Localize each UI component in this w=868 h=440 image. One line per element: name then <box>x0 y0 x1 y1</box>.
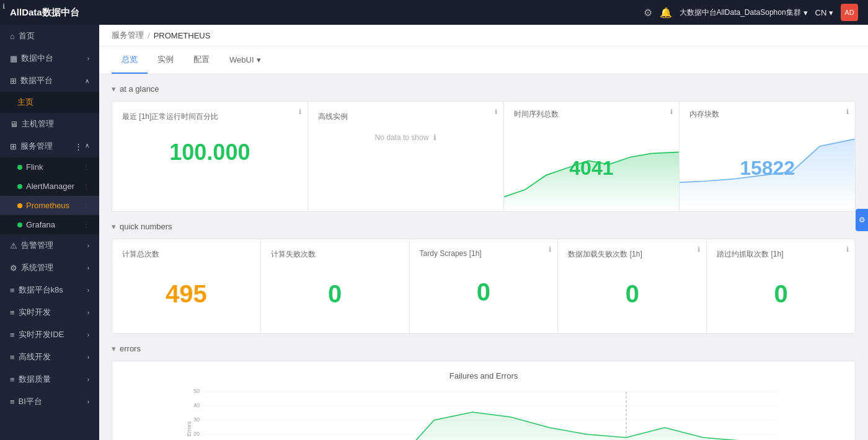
tab-bar: 总览 实例 配置 WebUI ▾ <box>99 46 868 74</box>
errors-chart-container: ℹ Failures and Errors 50 40 30 20 10 0 E… <box>112 361 856 440</box>
topbar: AllData数据中台 ⚙ 🔔 大数据中台AllData_DataSophon集… <box>0 0 868 25</box>
bell-icon[interactable]: 🔔 <box>660 7 672 19</box>
avatar[interactable]: AD <box>841 4 858 21</box>
errors-header: ▾ errors <box>112 344 856 353</box>
svg-text:20: 20 <box>193 431 200 437</box>
realtime-ide-icon: ≡ <box>10 330 15 340</box>
quick-card-calc-fail-value: 0 <box>271 265 399 323</box>
tab-config[interactable]: 配置 <box>184 46 219 74</box>
cluster-selector[interactable]: 大数据中台AllData_DataSophon集群 ▾ <box>680 7 808 18</box>
breadcrumb: 服务管理 / PROMETHEUS <box>99 25 868 46</box>
exceeded-info-icon[interactable]: ℹ <box>846 245 849 253</box>
sidebar-item-data-quality[interactable]: ≡ 数据质量 › <box>0 368 99 390</box>
quick-numbers-toggle[interactable]: ▾ <box>112 222 116 231</box>
sidebar-item-realtime[interactable]: ≡ 实时开发 › <box>0 301 99 323</box>
sidebar-item-host[interactable]: 🖥 主机管理 <box>0 113 99 135</box>
dataload-info-icon[interactable]: ℹ <box>698 245 700 253</box>
tab-webui[interactable]: WebUI ▾ <box>219 48 271 73</box>
language-selector[interactable]: CN ▾ <box>815 8 833 17</box>
sidebar-item-alertmanager[interactable]: AlertManager ⋮ <box>0 177 99 196</box>
topbar-right: ⚙ 🔔 大数据中台AllData_DataSophon集群 ▾ CN ▾ AD <box>644 4 858 21</box>
sidebar-item-label-realtime: 实时开发 <box>19 307 51 318</box>
card-time-series-value: 4041 <box>569 157 613 180</box>
quick-card-exceeded: ℹ 踏过约抓取次数 [1h] 0 <box>707 239 855 333</box>
sidebar-item-system[interactable]: ⚙ 系统管理 › <box>0 257 99 279</box>
card-uptime: ℹ 最近 [1h]正常运行时间百分比 100.000 <box>112 102 308 211</box>
sidebar-item-label-offline: 高线开发 <box>19 351 51 363</box>
breadcrumb-parent: 服务管理 <box>112 30 144 41</box>
sidebar-item-label-data-platform: 数据中台 <box>21 53 53 64</box>
grafana-menu-icon[interactable]: ⋮ <box>83 221 89 228</box>
alert-chevron-icon: › <box>87 242 89 249</box>
flink-menu-icon[interactable]: ⋮ <box>83 164 89 170</box>
service-chevron-up-icon: ∧ <box>85 142 89 151</box>
quick-card-calc-fail: 计算失败次数 0 <box>261 239 410 333</box>
sidebar-item-alert[interactable]: ⚠ 告警管理 › <box>0 234 99 257</box>
service-menu-icon[interactable]: ⋮ <box>74 142 82 151</box>
tab-instance[interactable]: 实例 <box>148 46 184 74</box>
sidebar-item-data-platform[interactable]: ▦ 数据中台 › <box>0 47 99 69</box>
at-a-glance-label: at a glance <box>120 84 159 94</box>
sidebar-item-label-grafana: Grafana <box>26 220 55 229</box>
card-highline-info-icon[interactable]: ℹ <box>495 108 497 116</box>
chevron-right-icon: › <box>87 55 89 62</box>
service-icon: ⊞ <box>10 142 17 151</box>
card-memory-title: 内存块数 <box>689 109 845 120</box>
no-data-info-icon: ℹ <box>433 133 436 142</box>
quick-card-exceeded-title: 踏过约抓取次数 [1h] <box>717 249 845 260</box>
card-time-series: ℹ 时间序列总数 4041 <box>504 102 680 211</box>
alertmanager-menu-icon[interactable]: ⋮ <box>83 183 89 190</box>
sidebar-item-label-realtime-ide: 实时开发IDE <box>19 329 64 340</box>
at-a-glance-toggle[interactable]: ▾ <box>112 84 116 94</box>
sidebar-item-data-platform-k8s[interactable]: ≡ 数据平台k8s › <box>0 279 99 301</box>
sidebar-item-home[interactable]: ⌂ 首页 <box>0 25 99 47</box>
sidebar-item-prometheus[interactable]: Prometheus ⋮ <box>0 196 99 215</box>
offline-chevron-icon: › <box>87 354 89 361</box>
sidebar-item-main[interactable]: 主页 <box>0 92 99 113</box>
realtime-icon: ≡ <box>10 308 15 317</box>
data-platform2-icon: ⊞ <box>10 76 17 86</box>
svg-text:30: 30 <box>193 416 200 423</box>
sidebar-item-flink[interactable]: Flink ⋮ <box>0 157 99 177</box>
card-uptime-info-icon[interactable]: ℹ <box>299 108 301 116</box>
settings-panel-toggle[interactable]: ⚙ <box>856 209 868 231</box>
cluster-name: 大数据中台AllData_DataSophon集群 <box>680 7 801 18</box>
service-submenu: Flink ⋮ AlertManager ⋮ Prometheus ⋮ <box>0 157 99 234</box>
card-memory: ℹ 内存块数 15822 <box>680 102 855 211</box>
quick-card-data-load: ℹ 数据加载失败次数 [1h] 0 <box>558 239 707 333</box>
card-memory-info-icon[interactable]: ℹ <box>846 108 849 116</box>
host-icon: 🖥 <box>10 120 18 129</box>
sidebar: ⌂ 首页 ▦ 数据中台 › ⊞ 数据平台 ∧ 主页 <box>0 25 99 440</box>
card-uptime-value: 100.000 <box>122 127 298 178</box>
svg-text:50: 50 <box>193 388 200 394</box>
card-timeseries-info-icon[interactable]: ℹ <box>670 108 673 116</box>
settings-icon[interactable]: ⚙ <box>644 7 652 19</box>
bi-chevron-icon: › <box>87 398 89 405</box>
errors-chart: 50 40 30 20 10 0 Errors <box>122 385 845 440</box>
sidebar-item-data-platform2[interactable]: ⊞ 数据平台 ∧ <box>0 69 99 92</box>
sidebar-item-label-flink: Flink <box>26 162 43 172</box>
card-high-line-title: 高线实例 <box>318 112 494 122</box>
quick-numbers-header: ▾ quick numbers <box>112 222 856 231</box>
alertmanager-status-dot <box>17 184 22 189</box>
quick-card-data-load-title: 数据加载失败次数 [1h] <box>568 249 696 260</box>
sidebar-item-bi[interactable]: ≡ BI平台 › <box>0 390 99 413</box>
sidebar-item-label-main: 主页 <box>17 97 33 108</box>
home-icon: ⌂ <box>10 32 15 41</box>
sidebar-item-realtime-ide[interactable]: ≡ 实时开发IDE › <box>0 323 99 346</box>
sidebar-item-label-k8s: 数据平台k8s <box>19 284 63 296</box>
sidebar-item-service[interactable]: ⊞ 服务管理 ⋮ ∧ <box>0 135 99 157</box>
prometheus-menu-icon[interactable]: ⋮ <box>83 202 89 209</box>
errors-toggle[interactable]: ▾ <box>112 344 116 353</box>
tab-overview[interactable]: 总览 <box>112 46 148 74</box>
sidebar-item-grafana[interactable]: Grafana ⋮ <box>0 215 99 234</box>
tardy-info-icon[interactable]: ℹ <box>549 245 551 253</box>
quick-card-calc-fail-title: 计算失败次数 <box>271 249 399 260</box>
card-time-series-title: 时间序列总数 <box>514 109 670 120</box>
offline-icon: ≡ <box>10 353 15 362</box>
sidebar-item-offline[interactable]: ≡ 高线开发 › <box>0 346 99 368</box>
realtime-ide-chevron-icon: › <box>87 332 89 338</box>
app-title: AllData数据中台 <box>10 7 79 19</box>
quick-card-tardy-title: Tardy Scrapes [1h] <box>420 249 548 258</box>
sidebar-item-label-data-quality: 数据质量 <box>19 374 51 385</box>
